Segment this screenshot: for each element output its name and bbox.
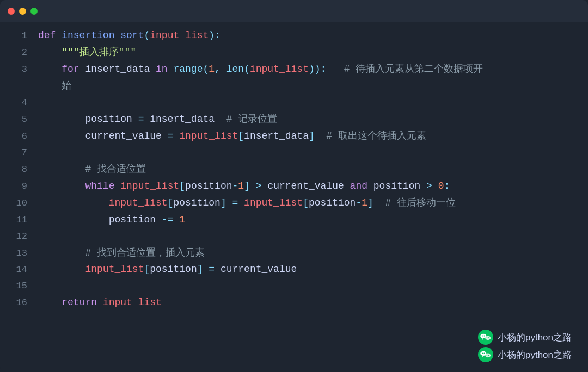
code-text: for insert_data in range(1, len(input_li…	[38, 61, 577, 78]
svg-point-11	[485, 354, 491, 358]
code-line: 始	[0, 78, 588, 95]
code-line: 11 position -= 1	[0, 212, 588, 228]
close-button[interactable]	[8, 8, 15, 15]
watermark-text-1: 小杨的python之路	[498, 331, 572, 344]
code-line: 3 for insert_data in range(1, len(input_…	[0, 61, 588, 78]
watermark-text-2: 小杨的python之路	[498, 349, 572, 361]
code-text: position -= 1	[38, 212, 577, 228]
line-number: 16	[11, 295, 27, 311]
svg-point-12	[487, 355, 488, 356]
code-line: 6 current_value = input_list[insert_data…	[0, 128, 588, 145]
code-text: 始	[38, 78, 577, 95]
line-number: 2	[11, 45, 27, 60]
svg-point-9	[482, 353, 483, 354]
code-line: 14 input_list[position] = current_value	[0, 261, 588, 278]
line-number: 7	[11, 145, 27, 160]
line-number: 8	[11, 162, 27, 177]
line-number: 15	[11, 278, 27, 294]
watermark: 小杨的python之路 小杨的python之路	[478, 330, 572, 362]
code-text: # 找到合适位置，插入元素	[38, 245, 577, 262]
code-line: 8 # 找合适位置	[0, 161, 588, 178]
code-line: 13 # 找到合适位置，插入元素	[0, 245, 588, 262]
svg-point-13	[488, 355, 489, 356]
code-text: # 找合适位置	[38, 161, 577, 178]
window: 1 def insertion_sort(input_list): 2 """插…	[0, 0, 588, 372]
line-number: 3	[11, 61, 27, 77]
svg-point-5	[487, 337, 488, 338]
code-line: 1 def insertion_sort(input_list):	[0, 27, 588, 44]
code-line: 5 position = insert_data # 记录位置	[0, 111, 588, 128]
code-line: 15	[0, 278, 588, 294]
svg-point-3	[483, 336, 485, 337]
code-line: 4	[0, 95, 588, 111]
code-line: 9 while input_list[position-1] > current…	[0, 178, 588, 195]
line-number: 10	[11, 195, 27, 211]
code-line: 16 return input_list	[0, 294, 588, 311]
minimize-button[interactable]	[19, 8, 26, 15]
line-number: 12	[11, 228, 27, 244]
watermark-row-1: 小杨的python之路	[478, 330, 572, 345]
code-line: 10 input_list[position] = input_list[pos…	[0, 195, 588, 212]
code-text: def insertion_sort(input_list):	[38, 27, 577, 44]
code-line: 2 """插入排序"""	[0, 44, 588, 61]
code-line: 7	[0, 145, 588, 161]
code-text: position = insert_data # 记录位置	[38, 111, 577, 128]
line-number: 9	[11, 178, 27, 194]
wechat-icon-2	[478, 347, 493, 362]
line-number: 1	[11, 28, 27, 44]
maximize-button[interactable]	[30, 8, 38, 15]
line-number: 6	[11, 128, 27, 144]
code-text: current_value = input_list[insert_data] …	[38, 128, 577, 145]
watermark-row-2: 小杨的python之路	[478, 347, 572, 362]
code-text: """插入排序"""	[38, 44, 577, 61]
svg-point-10	[483, 353, 485, 354]
code-text: input_list[position] = current_value	[38, 261, 577, 278]
code-line: 12	[0, 228, 588, 245]
code-text: return input_list	[38, 294, 577, 311]
svg-point-6	[488, 337, 489, 338]
line-number: 5	[11, 111, 27, 127]
svg-point-4	[485, 336, 491, 340]
line-number: 4	[11, 95, 27, 110]
svg-point-2	[482, 336, 483, 337]
code-text: while input_list[position-1] > current_v…	[38, 178, 577, 195]
wechat-icon	[478, 330, 493, 345]
line-number: 13	[11, 245, 27, 261]
titlebar	[0, 0, 588, 22]
code-text: input_list[position] = input_list[positi…	[38, 195, 577, 212]
line-number: 11	[11, 212, 27, 228]
line-number: 14	[11, 262, 27, 277]
code-area: 1 def insertion_sort(input_list): 2 """插…	[0, 22, 588, 322]
